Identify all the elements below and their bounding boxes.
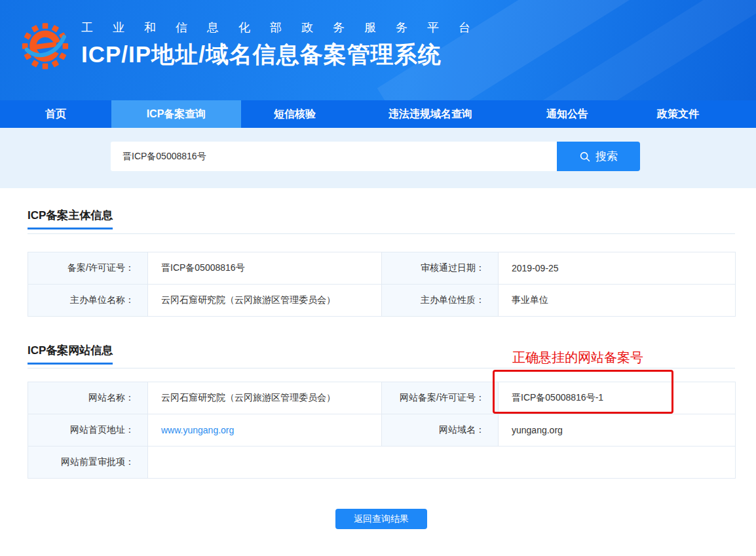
search-section: 搜索: [0, 128, 756, 188]
website-info-section: ICP备案网站信息 正确悬挂的网站备案号 网站名称： 云冈石窟研究院（云冈旅游区…: [28, 317, 735, 479]
main-content: ICP备案主体信息 备案/许可证号： 晋ICP备05008816号 审核通过日期…: [28, 188, 735, 529]
search-button-label: 搜索: [595, 149, 618, 164]
org-name-label: 主办单位名称：: [28, 285, 148, 317]
license-number-value: 晋ICP备05008816号: [148, 252, 382, 285]
website-info-table: 网站名称： 云冈石窟研究院（云冈旅游区管理委员会） 网站备案/许可证号： 晋IC…: [28, 382, 736, 479]
section-divider: [28, 233, 735, 234]
domain-value: yungang.org: [499, 414, 736, 447]
platform-name: 工业和信息化部政务服务平台: [81, 22, 490, 33]
site-name-value: 云冈石窟研究院（云冈旅游区管理委员会）: [148, 382, 382, 414]
nav-tab-policy-documents[interactable]: 政策文件: [622, 100, 734, 128]
domain-label: 网站域名：: [382, 414, 499, 447]
section-divider: [28, 368, 735, 368]
search-input[interactable]: [111, 142, 557, 171]
site-header: 工业和信息化部政务服务平台 ICP/IP地址/域名信息备案管理系统: [0, 0, 756, 100]
site-license-label: 网站备案/许可证号：: [382, 382, 499, 414]
page: 工业和信息化部政务服务平台 ICP/IP地址/域名信息备案管理系统 首页 ICP…: [0, 0, 756, 556]
annotation-correct-site-license: 正确悬挂的网站备案号: [512, 349, 643, 367]
org-nature-value: 事业单位: [499, 285, 736, 317]
subject-info-section: ICP备案主体信息 备案/许可证号： 晋ICP备05008816号 审核通过日期…: [28, 188, 735, 317]
nav-tab-icp-record-query[interactable]: ICP备案查询: [111, 100, 241, 128]
org-nature-label: 主办单位性质：: [382, 285, 499, 317]
magnifier-icon: [579, 151, 591, 163]
search-button[interactable]: 搜索: [557, 142, 640, 171]
home-url-link[interactable]: www.yungang.org: [161, 425, 234, 435]
subject-section-title: ICP备案主体信息: [28, 208, 113, 229]
nav-tab-illegal-domain-query[interactable]: 违法违规域名查询: [349, 100, 512, 128]
nav-tab-home[interactable]: 首页: [0, 100, 111, 128]
table-row: 备案/许可证号： 晋ICP备05008816号 审核通过日期： 2019-09-…: [28, 252, 736, 285]
license-number-label: 备案/许可证号：: [28, 252, 148, 285]
approve-date-value: 2019-09-25: [499, 252, 736, 285]
table-row: 网站首页地址： www.yungang.org 网站域名： yungang.or…: [28, 414, 736, 447]
back-to-results-button[interactable]: 返回查询结果: [335, 509, 427, 529]
website-section-title: ICP备案网站信息: [28, 344, 113, 365]
table-row: 网站名称： 云冈石窟研究院（云冈旅游区管理委员会） 网站备案/许可证号： 晋IC…: [28, 382, 736, 414]
nav-tab-sms-verification[interactable]: 短信核验: [241, 100, 349, 128]
pre-approval-label: 网站前置审批项：: [28, 447, 148, 479]
org-name-value: 云冈石窟研究院（云冈旅游区管理委员会）: [148, 285, 382, 317]
table-row: 网站前置审批项：: [28, 447, 736, 479]
nav-tab-notices[interactable]: 通知公告: [512, 100, 622, 128]
site-license-value: 晋ICP备05008816号-1: [499, 382, 736, 414]
site-name-label: 网站名称：: [28, 382, 148, 414]
table-row: 主办单位名称： 云冈石窟研究院（云冈旅游区管理委员会） 主办单位性质： 事业单位: [28, 285, 736, 317]
system-title: ICP/IP地址/域名信息备案管理系统: [81, 41, 490, 68]
pre-approval-value: [148, 447, 736, 479]
main-nav: 首页 ICP备案查询 短信核验 违法违规域名查询 通知公告 政策文件: [0, 100, 756, 128]
miit-gear-e-logo-icon: [20, 18, 71, 71]
subject-info-table: 备案/许可证号： 晋ICP备05008816号 审核通过日期： 2019-09-…: [28, 252, 736, 317]
home-url-label: 网站首页地址：: [28, 414, 148, 447]
approve-date-label: 审核通过日期：: [382, 252, 499, 285]
